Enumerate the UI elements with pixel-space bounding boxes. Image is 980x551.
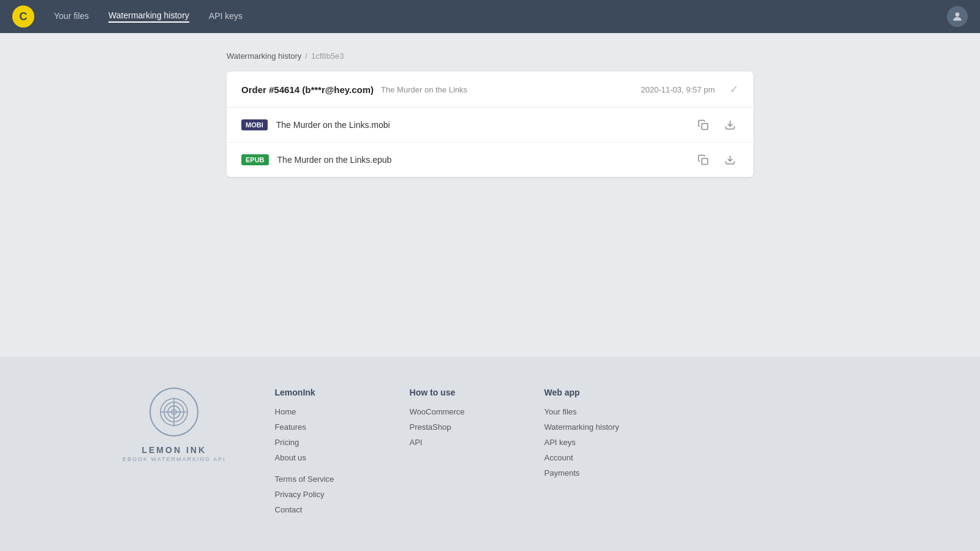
footer-link-watermarking[interactable]: Watermarking history xyxy=(545,422,630,432)
footer-link-about[interactable]: About us xyxy=(275,453,361,462)
footer-col-webapp: Web app Your files Watermarking history … xyxy=(545,388,630,520)
breadcrumb: Watermarking history / 1cf8b5e3 xyxy=(227,51,753,61)
mobi-download-button[interactable] xyxy=(722,116,739,133)
order-book-label: The Murder on the Links xyxy=(381,85,467,94)
breadcrumb-current: 1cf8b5e3 xyxy=(311,51,344,61)
nav-api-keys[interactable]: API keys xyxy=(209,11,243,22)
footer-logo-circle xyxy=(149,388,198,437)
epub-download-button[interactable] xyxy=(722,151,739,168)
order-date: 2020-11-03, 9:57 pm xyxy=(641,85,715,94)
file-row-epub: EPUB The Murder on the Links.epub xyxy=(227,143,753,177)
epub-badge: EPUB xyxy=(241,154,269,165)
logo[interactable]: C xyxy=(12,6,34,28)
footer-link-account[interactable]: Account xyxy=(545,453,630,462)
footer-col-lemonink-title: LemonInk xyxy=(275,388,361,397)
nav-your-files[interactable]: Your files xyxy=(54,11,89,22)
epub-filename: The Murder on the Links.epub xyxy=(277,155,686,165)
footer-logo-name: LEMON INK xyxy=(141,445,206,455)
nav-watermarking-history[interactable]: Watermarking history xyxy=(108,10,189,23)
svg-point-0 xyxy=(956,12,960,17)
footer-link-api[interactable]: API xyxy=(410,438,496,447)
order-title: Order #54614 (b***r@hey.com) xyxy=(241,84,374,95)
footer-col-howto-title: How to use xyxy=(410,388,496,397)
main-content: Watermarking history / 1cf8b5e3 Order #5… xyxy=(214,33,766,357)
mobi-badge: MOBI xyxy=(241,119,268,130)
footer-link-payments[interactable]: Payments xyxy=(545,468,630,478)
footer-logo-col: LEMON INK EBOOK WATERMARKING API xyxy=(123,388,226,520)
svg-rect-1 xyxy=(702,124,708,130)
svg-rect-3 xyxy=(702,159,708,165)
footer-link-pricing[interactable]: Pricing xyxy=(275,438,361,447)
footer-col-howto: How to use WooCommerce PrestaShop API xyxy=(410,388,496,520)
footer-link-contact[interactable]: Contact xyxy=(275,505,361,514)
breadcrumb-parent[interactable]: Watermarking history xyxy=(227,51,301,61)
breadcrumb-separator: / xyxy=(305,51,307,61)
footer-col-lemonink: LemonInk Home Features Pricing About us … xyxy=(275,388,361,520)
footer-col-webapp-title: Web app xyxy=(545,388,630,397)
epub-copy-button[interactable] xyxy=(695,151,712,168)
mobi-filename: The Murder on the Links.mobi xyxy=(276,120,686,130)
mobi-copy-button[interactable] xyxy=(695,116,712,133)
file-row-mobi: MOBI The Murder on the Links.mobi xyxy=(227,108,753,143)
user-avatar[interactable] xyxy=(947,6,968,27)
footer-link-privacy[interactable]: Privacy Policy xyxy=(275,490,361,499)
mobi-actions xyxy=(695,116,739,133)
footer: LEMON INK EBOOK WATERMARKING API LemonIn… xyxy=(0,357,980,551)
order-card: Order #54614 (b***r@hey.com) The Murder … xyxy=(227,72,753,177)
footer-link-prestashop[interactable]: PrestaShop xyxy=(410,422,496,432)
order-header: Order #54614 (b***r@hey.com) The Murder … xyxy=(227,72,753,108)
footer-inner: LEMON INK EBOOK WATERMARKING API LemonIn… xyxy=(123,388,858,520)
footer-link-features[interactable]: Features xyxy=(275,422,361,432)
footer-link-woocommerce[interactable]: WooCommerce xyxy=(410,407,496,416)
footer-link-apikeys[interactable]: API keys xyxy=(545,438,630,447)
navbar: C Your files Watermarking history API ke… xyxy=(0,0,980,33)
footer-link-home[interactable]: Home xyxy=(275,407,361,416)
check-icon: ✓ xyxy=(729,83,739,96)
footer-link-yourfiles[interactable]: Your files xyxy=(545,407,630,416)
epub-actions xyxy=(695,151,739,168)
footer-logo-sub: EBOOK WATERMARKING API xyxy=(123,456,226,462)
footer-link-tos[interactable]: Terms of Service xyxy=(275,474,361,484)
